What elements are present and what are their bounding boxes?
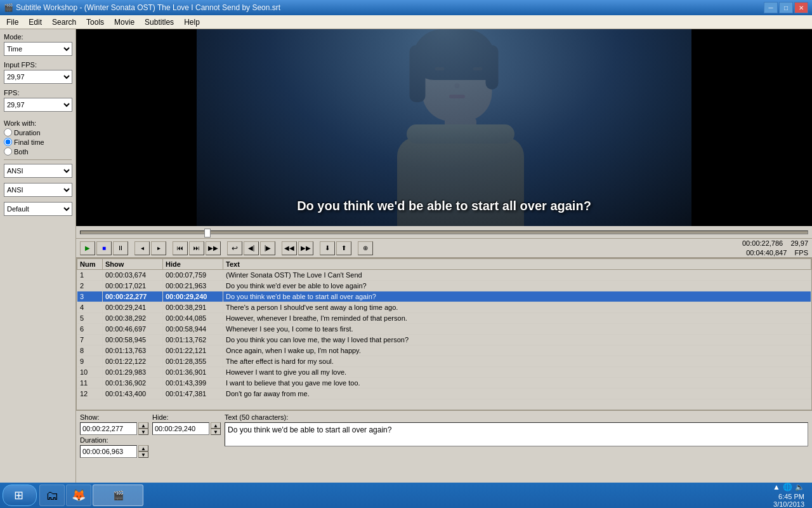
seekbar[interactable] bbox=[80, 231, 808, 234]
mode-select[interactable]: Time Frames bbox=[4, 42, 72, 56]
table-row[interactable]: 1200:01:43,40000:01:47,381Don't go far a… bbox=[77, 389, 811, 399]
table-body: 100:00:03,67400:00:07,759(Winter Sonata … bbox=[77, 270, 811, 399]
subtitle-table: Num Show Hide Text 100:00:03,67400:00:07… bbox=[77, 258, 811, 399]
rewind-button[interactable]: ⏮ bbox=[173, 241, 188, 255]
cell-show: 00:00:58,945 bbox=[103, 335, 163, 345]
next-button[interactable]: ▸ bbox=[151, 241, 166, 255]
table-row[interactable]: 200:00:17,02100:00:21,963Do you think we… bbox=[77, 281, 811, 291]
close-button[interactable]: ✕ bbox=[794, 2, 808, 13]
text-edit-area[interactable] bbox=[225, 422, 808, 446]
hide-spin-up[interactable]: ▲ bbox=[211, 422, 221, 429]
show-edit-group: Show: ▲ ▼ bbox=[80, 413, 148, 435]
play-button[interactable]: ▶ bbox=[80, 241, 95, 255]
radio-duration-row[interactable]: Duration bbox=[4, 128, 72, 137]
time-display: 00:00:22,786 29,97 00:04:40,847 FPS bbox=[742, 239, 808, 257]
goto-end-button[interactable]: |▶ bbox=[260, 241, 275, 255]
table-row[interactable]: 500:00:38,29200:00:44,085However, whenev… bbox=[77, 313, 811, 324]
duration-spin-up[interactable]: ▲ bbox=[138, 445, 148, 451]
show-spin-up[interactable]: ▲ bbox=[138, 422, 148, 429]
cell-hide: 00:00:21,963 bbox=[163, 281, 223, 291]
loop-button[interactable]: ↩ bbox=[227, 241, 242, 255]
prev-sub-button[interactable]: ◀◀ bbox=[282, 241, 297, 255]
video-black-right bbox=[691, 29, 812, 226]
cell-text: However, whenever I breathe, I'm reminde… bbox=[223, 313, 811, 324]
hide-input[interactable] bbox=[152, 422, 209, 435]
stop-button[interactable]: ■ bbox=[96, 241, 112, 255]
table-row[interactable]: 100:00:03,67400:00:07,759(Winter Sonata … bbox=[77, 270, 811, 281]
table-row[interactable]: 600:00:46,69700:00:58,944Whenever I see … bbox=[77, 324, 811, 335]
duration-spin-down[interactable]: ▼ bbox=[138, 451, 148, 458]
menu-tools[interactable]: Tools bbox=[81, 17, 109, 28]
tray-arrow[interactable]: ▲ bbox=[773, 483, 780, 491]
cell-text: Do you think you can love me, the way I … bbox=[223, 335, 811, 345]
menu-search[interactable]: Search bbox=[47, 17, 81, 28]
menu-subtitles[interactable]: Subtitles bbox=[140, 17, 179, 28]
table-scroll[interactable]: Num Show Hide Text 100:00:03,67400:00:07… bbox=[76, 258, 812, 410]
extra-button1[interactable]: ⊕ bbox=[358, 241, 373, 255]
subtitle-overlay: Do you think we'd be able to start all o… bbox=[197, 199, 691, 213]
cell-hide: 00:00:44,085 bbox=[163, 313, 223, 324]
table-row[interactable]: 700:00:58,94500:01:13,762Do you think yo… bbox=[77, 335, 811, 345]
menu-edit[interactable]: Edit bbox=[23, 17, 47, 28]
menu-help[interactable]: Help bbox=[179, 17, 205, 28]
cell-show: 00:01:22,122 bbox=[103, 356, 163, 367]
taskbar-app-subtitle[interactable]: 🎬 bbox=[93, 485, 143, 506]
total-time: 00:04:40,847 FPS bbox=[742, 248, 808, 257]
fps-display: 29,97 bbox=[790, 239, 808, 247]
play-sel-button[interactable]: ▶▶ bbox=[206, 241, 221, 255]
taskbar-app-firefox[interactable]: 🦊 bbox=[66, 485, 91, 506]
table-row[interactable]: 900:01:22,12200:01:28,355The after effec… bbox=[77, 356, 811, 367]
radio-finaltime[interactable] bbox=[4, 138, 12, 146]
hide-edit-group: Hide: ▲ ▼ bbox=[152, 413, 221, 435]
cell-hide: 00:01:36,901 bbox=[163, 367, 223, 378]
cell-show: 00:01:36,902 bbox=[103, 378, 163, 389]
hide-spin-down[interactable]: ▼ bbox=[211, 429, 221, 435]
fps-select[interactable]: 29,97 25 bbox=[4, 98, 72, 112]
cell-hide: 00:01:13,762 bbox=[163, 335, 223, 345]
prev-button[interactable]: ◂ bbox=[134, 241, 150, 255]
radio-both[interactable] bbox=[4, 147, 12, 156]
radio-duration[interactable] bbox=[4, 128, 12, 137]
cell-num: 6 bbox=[77, 324, 103, 335]
main-area: Mode: Time Frames Input FPS: 29,97 25 FP… bbox=[0, 29, 812, 508]
table-row[interactable]: 1100:01:36,90200:01:43,399I want to beli… bbox=[77, 378, 811, 389]
radio-both-row[interactable]: Both bbox=[4, 147, 72, 156]
next-sub-button[interactable]: ▶▶ bbox=[298, 241, 313, 255]
maximize-button[interactable]: □ bbox=[779, 2, 793, 13]
minimize-button[interactable]: ─ bbox=[764, 2, 778, 13]
table-row[interactable]: 800:01:13,76300:01:22,121Once again, whe… bbox=[77, 345, 811, 356]
cell-text: (Winter Sonata OST) The Love I Can't Sen… bbox=[223, 270, 811, 281]
input-fps-select[interactable]: 29,97 25 bbox=[4, 70, 72, 84]
col-show: Show bbox=[103, 259, 163, 270]
table-row[interactable]: 300:00:22,27700:00:29,240Do you think we… bbox=[77, 291, 811, 302]
show-input-row: ▲ ▼ bbox=[80, 422, 148, 435]
menubar: File Edit Search Tools Movie Subtitles H… bbox=[0, 15, 812, 29]
table-header-row: Num Show Hide Text bbox=[77, 259, 811, 270]
radio-finaltime-label: Final time bbox=[14, 138, 44, 146]
menu-movie[interactable]: Movie bbox=[109, 17, 140, 28]
encoding2-select[interactable]: ANSI UTF-8 bbox=[4, 183, 72, 197]
hide-input-row: ▲ ▼ bbox=[152, 422, 221, 435]
fps-label: FPS: bbox=[4, 89, 72, 97]
seek-thumb[interactable] bbox=[204, 229, 211, 237]
taskbar: ⊞ 🗂 🦊 🎬 ▲ 🌐 🔈 6:45 PM 3/10/2013 bbox=[0, 483, 812, 508]
cell-text: I want to believe that you gave me love … bbox=[223, 378, 811, 389]
style-select[interactable]: Default bbox=[4, 202, 72, 216]
table-row[interactable]: 1000:01:29,98300:01:36,901However I want… bbox=[77, 367, 811, 378]
fastfwd-button[interactable]: ⏭ bbox=[189, 241, 204, 255]
pause-button[interactable]: ⏸ bbox=[113, 241, 128, 255]
cell-text: There's a person I should've sent away a… bbox=[223, 302, 811, 313]
radio-finaltime-row[interactable]: Final time bbox=[4, 138, 72, 146]
cell-num: 12 bbox=[77, 389, 103, 399]
menu-file[interactable]: File bbox=[1, 17, 23, 28]
encoding1-select[interactable]: ANSI UTF-8 bbox=[4, 164, 72, 178]
table-row[interactable]: 400:00:29,24100:00:38,291There's a perso… bbox=[77, 302, 811, 313]
taskbar-app-explorer[interactable]: 🗂 bbox=[39, 485, 65, 506]
start-button[interactable]: ⊞ bbox=[3, 485, 37, 506]
up-button[interactable]: ⬆ bbox=[336, 241, 351, 255]
show-input[interactable] bbox=[80, 422, 137, 435]
duration-input[interactable] bbox=[80, 445, 137, 458]
show-spin-down[interactable]: ▼ bbox=[138, 429, 148, 435]
down-button[interactable]: ⬇ bbox=[320, 241, 335, 255]
goto-start-button[interactable]: ◀| bbox=[244, 241, 259, 255]
